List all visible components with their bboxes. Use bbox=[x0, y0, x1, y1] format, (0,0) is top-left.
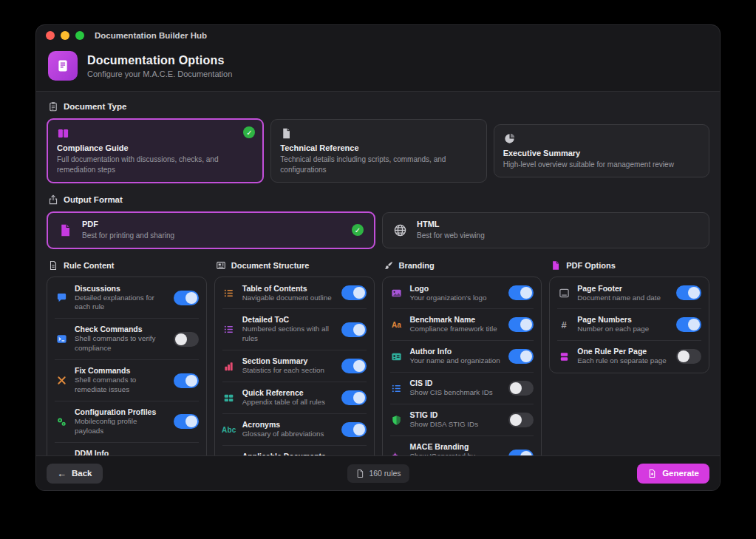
toggle-off[interactable] bbox=[508, 381, 534, 396]
option-description: Statistics for each section bbox=[242, 366, 335, 376]
list-icon bbox=[222, 288, 236, 299]
page-title: Documentation Options bbox=[87, 54, 232, 67]
column-header: Branding bbox=[384, 260, 542, 271]
output-format-card[interactable]: PDFBest for printing and sharing✓ bbox=[47, 211, 375, 249]
option-title: Configuration Profiles bbox=[75, 407, 167, 416]
toggle-on[interactable] bbox=[508, 450, 534, 456]
option-row: AaBenchmark NameCompliance framework tit… bbox=[390, 308, 534, 340]
option-title: One Rule Per Page bbox=[577, 347, 670, 356]
toggle-on[interactable] bbox=[508, 317, 534, 332]
card-title: Compliance Guide bbox=[57, 143, 253, 152]
toggle-knob bbox=[520, 287, 532, 299]
card-title: Technical Reference bbox=[280, 143, 477, 152]
toggle-knob bbox=[185, 416, 197, 427]
toggle-knob bbox=[510, 414, 522, 426]
toggle-on[interactable] bbox=[174, 414, 199, 429]
option-description: Your organization's logo bbox=[410, 294, 503, 303]
option-row: Author InfoYour name and organization bbox=[390, 340, 534, 372]
toggle-on[interactable] bbox=[508, 285, 534, 300]
toggle-on[interactable] bbox=[508, 349, 534, 364]
option-text: Check CommandsShell commands to verify c… bbox=[75, 325, 167, 353]
option-title: Discussions bbox=[75, 284, 167, 293]
option-row: Applicable DocumentsRelated standards an… bbox=[222, 445, 367, 456]
option-title: Fix Commands bbox=[75, 366, 167, 375]
option-title: Author Info bbox=[410, 347, 503, 356]
table-icon bbox=[222, 393, 236, 404]
selected-check-icon: ✓ bbox=[352, 224, 364, 236]
toggle-knob bbox=[353, 424, 365, 435]
share-icon bbox=[48, 194, 58, 205]
card-title: HTML bbox=[417, 220, 485, 228]
toggle-off[interactable] bbox=[676, 349, 701, 364]
options-columns: Rule ContentDiscussionsDetailed explanat… bbox=[47, 260, 709, 457]
option-text: Page FooterDocument name and date bbox=[577, 284, 670, 303]
document-type-card[interactable]: Technical ReferenceTechnical details inc… bbox=[270, 119, 486, 183]
toggle-off[interactable] bbox=[174, 332, 199, 347]
output-format-section-header: Output Format bbox=[48, 194, 709, 205]
toggle-knob bbox=[688, 319, 700, 330]
card-description: High-level overview suitable for managem… bbox=[503, 160, 700, 170]
footer-bar: ← Back 160 rules Generate bbox=[36, 456, 720, 490]
toggle-knob bbox=[678, 350, 689, 362]
card-description: Technical details including scripts, com… bbox=[280, 155, 477, 174]
option-text: CIS IDShow CIS benchmark IDs bbox=[410, 379, 503, 398]
options-column: PDF OptionsPage FooterDocument name and … bbox=[549, 260, 709, 374]
toggle-knob bbox=[175, 333, 187, 345]
option-text: DDM InfoDeclarative device management bbox=[75, 449, 167, 456]
document-type-card[interactable]: ✓Compliance GuideFull documentation with… bbox=[47, 118, 264, 183]
toggle-on[interactable] bbox=[676, 317, 701, 332]
toggle-on[interactable] bbox=[341, 322, 367, 337]
back-button[interactable]: ← Back bbox=[47, 464, 103, 484]
image-icon bbox=[390, 288, 403, 299]
clipboard-icon bbox=[48, 101, 58, 112]
chat-icon bbox=[55, 292, 68, 303]
column-label: Branding bbox=[399, 261, 435, 270]
rules-count-badge: 160 rules bbox=[347, 464, 409, 483]
option-title: Section Summary bbox=[242, 356, 335, 365]
toggle-on[interactable] bbox=[341, 359, 367, 373]
output-format-card[interactable]: HTMLBest for web viewing bbox=[382, 212, 709, 248]
toggle-knob bbox=[520, 451, 532, 456]
generate-button[interactable]: Generate bbox=[637, 464, 709, 484]
option-row: Quick ReferenceAppendix table of all rul… bbox=[222, 382, 367, 413]
doc-text-icon bbox=[48, 260, 58, 271]
book-icon bbox=[57, 127, 69, 140]
column-header: Document Structure bbox=[216, 260, 375, 271]
id-card-icon bbox=[390, 351, 403, 362]
toggle-knob bbox=[688, 287, 700, 299]
card-description: Best for printing and sharing bbox=[82, 231, 174, 241]
doc-icon bbox=[280, 127, 293, 140]
option-description: Number on each page bbox=[577, 325, 670, 334]
option-text: Configuration ProfilesMobileconfig profi… bbox=[75, 407, 167, 436]
sparkles-icon bbox=[390, 451, 403, 456]
option-description: Each rule on separate page bbox=[577, 356, 670, 366]
column-header: PDF Options bbox=[551, 260, 709, 271]
option-text: STIG IDShow DISA STIG IDs bbox=[410, 410, 503, 430]
document-type-card[interactable]: Executive SummaryHigh-level overview sui… bbox=[494, 124, 709, 178]
option-row: Section SummaryStatistics for each secti… bbox=[222, 350, 367, 382]
toggle-on[interactable] bbox=[341, 285, 367, 300]
toggle-on[interactable] bbox=[341, 390, 367, 405]
option-row: Fix CommandsShell commands to remediate … bbox=[55, 359, 199, 401]
toggle-on[interactable] bbox=[676, 285, 701, 300]
option-text: Author InfoYour name and organization bbox=[410, 347, 503, 366]
toggle-off[interactable] bbox=[508, 413, 534, 427]
close-button[interactable] bbox=[46, 31, 55, 40]
document-icon bbox=[355, 469, 364, 478]
generate-button-label: Generate bbox=[662, 469, 699, 478]
zoom-button[interactable] bbox=[75, 31, 84, 40]
option-description: Show CIS benchmark IDs bbox=[410, 388, 503, 398]
option-row: DDM InfoDeclarative device management bbox=[55, 442, 199, 456]
option-text: One Rule Per PageEach rule on separate p… bbox=[577, 347, 670, 366]
option-text: AcronymsGlossary of abbreviations bbox=[242, 420, 335, 439]
document-plus-icon bbox=[647, 469, 657, 478]
minimize-button[interactable] bbox=[61, 31, 69, 40]
arrow-left-icon: ← bbox=[57, 469, 67, 478]
app-icon bbox=[48, 51, 78, 81]
option-text: MACE BrandingShow 'Generated by M.A.C.E.… bbox=[410, 442, 503, 456]
toggle-on[interactable] bbox=[174, 291, 199, 305]
option-title: Logo bbox=[410, 284, 503, 293]
option-title: Table of Contents bbox=[242, 284, 335, 293]
toggle-on[interactable] bbox=[341, 422, 367, 437]
toggle-on[interactable] bbox=[174, 373, 199, 388]
